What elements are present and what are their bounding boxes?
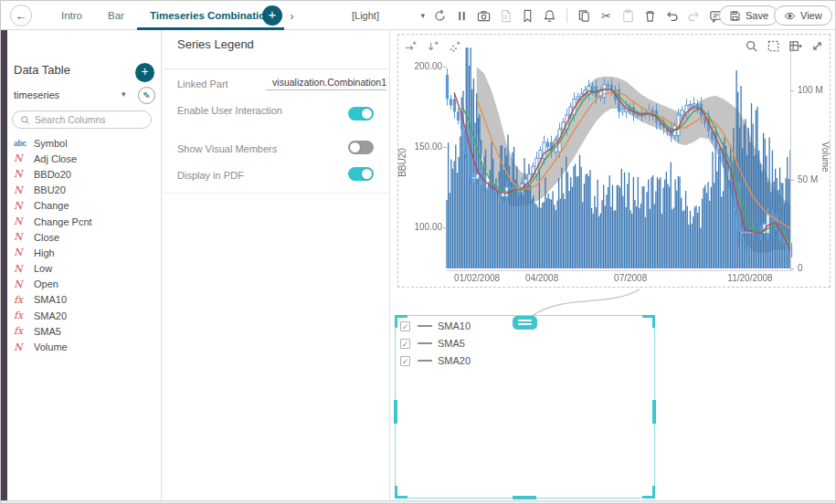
clipboard-icon [621, 9, 635, 23]
back-button[interactable]: ← [10, 5, 32, 26]
bottom-scrollbar[interactable] [1, 500, 836, 504]
divider [163, 193, 390, 194]
toggle-knob [350, 142, 360, 152]
column-label: SMA5 [34, 326, 61, 337]
export-data-button[interactable] [788, 38, 803, 54]
data-table-name[interactable]: timeseries [14, 89, 59, 100]
save-button[interactable]: Save [719, 5, 778, 26]
column-item[interactable]: NChange [14, 198, 158, 214]
export-pdf-button[interactable] [498, 8, 513, 24]
column-label: Symbol [34, 138, 68, 149]
check-icon: ✓ [402, 322, 409, 331]
toggle-knob [362, 109, 372, 119]
delete-button[interactable] [642, 8, 658, 24]
numeric-column-icon: N [14, 231, 34, 243]
selection-resize-handle[interactable] [394, 400, 397, 424]
legend-item-label[interactable]: SMA5 [438, 338, 465, 349]
selection-resize-handle[interactable] [513, 496, 536, 499]
copy-button[interactable] [577, 8, 592, 24]
magnifier-icon [745, 39, 758, 53]
legend-part[interactable]: ✓ SMA10 ✓ SMA5 ✓ SMA20 [395, 315, 655, 499]
part-drag-handle[interactable] [513, 316, 537, 330]
column-label: BBU20 [34, 184, 66, 195]
caret-down-icon[interactable]: ▾ [122, 89, 126, 99]
pdf-document-icon [499, 9, 513, 23]
checkbox-checked[interactable]: ✓ [400, 321, 410, 331]
add-data-table-button[interactable]: + [135, 63, 154, 82]
column-item[interactable]: NHigh [14, 245, 158, 260]
search-columns-input[interactable] [35, 114, 135, 125]
numeric-column-icon: N [14, 278, 34, 290]
show-visual-members-toggle[interactable] [348, 141, 374, 154]
legend-item: ✓ SMA20 [400, 353, 654, 368]
undo-button[interactable] [664, 8, 680, 24]
snapshot-button[interactable] [476, 8, 492, 24]
legend-item-label[interactable]: SMA20 [438, 355, 471, 366]
column-label: High [34, 247, 55, 258]
display-in-pdf-toggle[interactable] [348, 167, 374, 181]
column-item[interactable]: fxSMA10 [14, 292, 158, 308]
divider [163, 68, 390, 69]
arrow-down-plus-icon [426, 39, 439, 53]
chart-part[interactable] [397, 34, 831, 288]
column-item[interactable]: NVolume [14, 339, 158, 354]
numeric-column-icon: N [14, 200, 34, 212]
formula-column-icon: fx [14, 310, 34, 321]
view-button[interactable]: View [774, 5, 832, 26]
panopticon-designer: ← Intro Bar Timeseries Combination › + [… [0, 0, 836, 504]
refresh-button[interactable] [432, 8, 448, 24]
column-item[interactable]: NAdj Close [14, 151, 158, 166]
theme-selector[interactable]: [Light] ▾ [352, 1, 425, 30]
scatter-plus-icon [448, 39, 461, 53]
enable-user-interaction-label: Enable User Interaction [177, 105, 314, 117]
add-x-axis-button[interactable] [403, 38, 418, 54]
rubber-band-select-button[interactable] [766, 38, 781, 54]
check-icon: ✓ [402, 340, 409, 349]
column-item[interactable]: NChange Pcnt [14, 214, 158, 229]
column-label: Low [34, 263, 52, 274]
checkbox-checked[interactable]: ✓ [400, 339, 410, 349]
tab-intro[interactable]: Intro [48, 1, 95, 30]
edit-data-table-button[interactable]: ✎ [138, 87, 155, 104]
column-item[interactable]: NBBDo20 [14, 166, 158, 182]
series-legend-settings-panel: Series Legend Linked Part Enable User In… [163, 30, 390, 500]
legend-item-label[interactable]: SMA10 [438, 320, 471, 331]
column-item[interactable]: NLow [14, 261, 158, 277]
pause-button[interactable] [454, 8, 470, 24]
numeric-column-icon: N [14, 341, 34, 353]
maximize-part-button[interactable] [810, 38, 825, 54]
column-item[interactable]: NOpen [14, 277, 158, 292]
tabs-scroll-right-icon[interactable]: › [284, 1, 299, 30]
selection-resize-handle[interactable] [652, 400, 656, 424]
numeric-column-icon: N [14, 215, 34, 227]
combination-chart[interactable] [398, 35, 830, 287]
add-visualization-button[interactable] [447, 38, 462, 54]
column-item[interactable]: fxSMA20 [14, 308, 158, 323]
refresh-icon [433, 9, 447, 23]
panel-title: Series Legend [177, 37, 254, 51]
toolbar-actions: ✂ [432, 1, 724, 30]
zoom-button[interactable] [744, 38, 759, 54]
enable-user-interaction-toggle[interactable] [348, 107, 374, 121]
bookmark-button[interactable] [520, 8, 535, 24]
linked-part-input[interactable] [266, 74, 386, 90]
show-visual-members-label: Show Visual Members [177, 143, 314, 155]
chart-part-left-actions [403, 38, 462, 54]
notifications-button[interactable] [542, 8, 557, 24]
paste-button[interactable] [620, 8, 636, 24]
checkbox-checked[interactable]: ✓ [400, 356, 410, 366]
column-item[interactable]: NClose [14, 229, 158, 245]
tab-bar[interactable]: Bar [95, 1, 137, 30]
top-toolbar: ← Intro Bar Timeseries Combination › + [… [1, 1, 836, 30]
search-columns-box[interactable] [12, 110, 152, 129]
column-item[interactable]: fxSMA5 [14, 323, 158, 339]
add-y-axis-button[interactable] [425, 38, 440, 54]
redo-button[interactable] [686, 8, 702, 24]
series-line-sample [418, 360, 432, 362]
column-item[interactable]: NBBU20 [14, 183, 158, 198]
text-column-icon: abc [14, 139, 34, 148]
add-dashboard-button[interactable]: + [262, 5, 282, 26]
cut-button[interactable]: ✂ [598, 8, 614, 24]
selection-corner [395, 486, 407, 499]
column-item[interactable]: abcSymbol [14, 135, 158, 151]
